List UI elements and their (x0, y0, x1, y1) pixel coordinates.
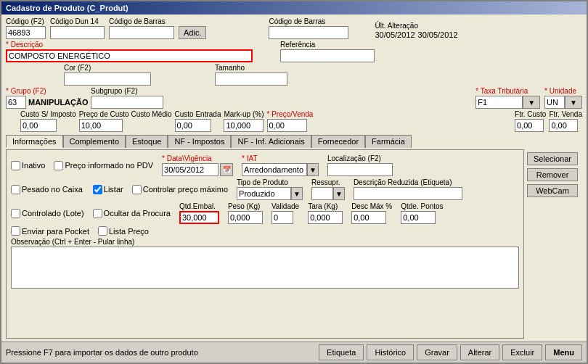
dun14-input[interactable] (50, 26, 105, 39)
historico-button[interactable]: Histórico (367, 344, 414, 360)
inativo-checkbox-label[interactable]: Inativo (11, 161, 45, 170)
tab-fornecedor[interactable]: Fornecedor (311, 135, 365, 148)
desc-reduzida-input[interactable] (354, 187, 462, 200)
bottom-bar: Pressione F7 para importar os dados de o… (1, 342, 587, 363)
desc-max-label: Desc Máx % (351, 202, 392, 210)
sem-imposto-input[interactable] (20, 119, 57, 132)
ftr-venda-input[interactable] (549, 119, 578, 132)
localizacao-input[interactable] (327, 163, 393, 176)
data-vigencia-input[interactable] (162, 163, 219, 176)
tab-nf-impostos[interactable]: NF - Impostos (168, 135, 231, 148)
descricao-input[interactable] (6, 49, 253, 62)
tipo-produto-group: Tipo de Produto ▼ (237, 178, 303, 200)
controlado-checkbox[interactable] (11, 209, 20, 218)
preco-venda-label: * Preço/Venda (267, 110, 314, 118)
desc-max-input[interactable] (351, 211, 386, 224)
grupo-label: * Grupo (F2) (6, 87, 86, 95)
referencia-label: Referência (280, 41, 375, 49)
validade-input[interactable] (271, 211, 293, 224)
enviar-pocket-checkbox[interactable] (11, 226, 20, 236)
observacao-group: Observação (Ctrl + Enter - Pular linha) (11, 238, 519, 289)
peso-input[interactable] (228, 211, 263, 224)
barras-top-input[interactable] (269, 26, 348, 39)
dun14-group: Código Dun 14 (50, 17, 105, 39)
controlado-label: Controlado (Lote) (22, 209, 84, 218)
codigo-input[interactable] (6, 26, 46, 39)
unidade-group: * Unidade ▼ (544, 87, 582, 109)
ocultar-checkbox[interactable] (93, 209, 102, 218)
barras-input[interactable] (109, 26, 174, 39)
cor-input[interactable] (64, 73, 151, 86)
qtde-pontos-input[interactable] (401, 211, 436, 224)
grupo-code-input[interactable] (6, 96, 26, 109)
enviar-pocket-label: Enviar para Pocket (22, 227, 89, 236)
preco-venda-input[interactable] (267, 119, 307, 132)
tab-farmacia[interactable]: Farmácia (365, 135, 412, 148)
pesado-caixa-checkbox-label[interactable]: Pesado no Caixa (11, 185, 83, 194)
ocultar-checkbox-label[interactable]: Ocultar da Procura (93, 209, 171, 218)
controlar-preco-label: Controlar preço máximo (143, 185, 228, 194)
enviar-pocket-checkbox-label[interactable]: Enviar para Pocket (11, 226, 89, 236)
inativo-checkbox[interactable] (11, 161, 20, 170)
ressup-dropdown-btn[interactable]: ▼ (333, 187, 345, 200)
ressup-input[interactable] (311, 187, 333, 200)
tara-group: Tara (Kg) (308, 202, 343, 224)
peso-group: Peso (Kg) (228, 202, 263, 224)
ult-alteracao-value2: 30/05/2012 (418, 30, 458, 39)
qtd-embal-input[interactable] (179, 211, 219, 224)
listar-checkbox-label[interactable]: Listar (93, 185, 123, 194)
tipo-produto-input[interactable] (237, 187, 291, 200)
taxa-input[interactable] (475, 96, 523, 109)
unidade-label: * Unidade (544, 87, 582, 95)
subgrupo-input[interactable] (91, 96, 163, 109)
tab-informacoes[interactable]: Informações (6, 135, 63, 148)
lista-preco-checkbox[interactable] (98, 226, 107, 236)
adicionais-button[interactable]: Adic. (179, 26, 206, 39)
referencia-group: Referência (280, 41, 375, 62)
unidade-dropdown-btn[interactable]: ▼ (565, 96, 582, 109)
title-bar: Cadastro de Produto (C_Produt) (1, 1, 587, 15)
tara-input[interactable] (308, 211, 343, 224)
remover-button[interactable]: Remover (527, 168, 578, 181)
unidade-input[interactable] (544, 96, 565, 109)
window-title: Cadastro de Produto (C_Produt) (6, 4, 128, 12)
menu-button[interactable]: Menu (545, 344, 582, 360)
alterar-button[interactable]: Alterar (460, 344, 499, 360)
ult-alteracao-group: Últ. Alteração 30/05/2012 30/05/2012 (375, 22, 457, 39)
lista-preco-checkbox-label[interactable]: Lista Preço (98, 226, 149, 236)
custo-medio-label: Preço de Custo Custo Médio (79, 110, 172, 118)
webcam-button[interactable]: WebCam (527, 184, 578, 197)
controlar-preco-checkbox[interactable] (132, 185, 142, 194)
controlado-checkbox-label[interactable]: Controlado (Lote) (11, 209, 84, 218)
etiqueta-button[interactable]: Etiqueta (319, 344, 364, 360)
custo-entrada-label: Custo Entrada (175, 110, 221, 118)
taxa-dropdown-btn[interactable]: ▼ (523, 96, 540, 109)
tab-nf-inf-adicionais[interactable]: NF - Inf. Adicionais (231, 135, 311, 148)
tamanho-input[interactable] (215, 73, 287, 86)
data-vigencia-calendar-btn[interactable]: 📅 (220, 163, 233, 176)
qtde-pontos-label: Qtde. Pontos (401, 202, 443, 210)
custo-medio-input[interactable] (79, 119, 123, 132)
listar-checkbox[interactable] (93, 185, 102, 194)
ftr-venda-group: Ftr. Venda (549, 110, 582, 132)
controlar-preco-checkbox-label[interactable]: Controlar preço máximo (132, 185, 228, 194)
descricao-group: * Descrição (6, 41, 253, 62)
custo-medio-group: Preço de Custo Custo Médio (79, 110, 172, 132)
tab-complemento[interactable]: Complemento (63, 135, 126, 148)
tipo-produto-dropdown-btn[interactable]: ▼ (291, 187, 303, 200)
gravar-button[interactable]: Gravar (417, 344, 457, 360)
desc-max-group: Desc Máx % (351, 202, 392, 224)
ftr-custo-input[interactable] (515, 119, 544, 132)
selecionar-button[interactable]: Selecionar (527, 152, 578, 165)
iat-input[interactable] (242, 163, 307, 176)
iat-dropdown-btn[interactable]: ▼ (307, 163, 319, 176)
observacao-textarea[interactable] (11, 247, 519, 289)
preco-pdv-checkbox-label[interactable]: Preço informado no PDV (54, 161, 153, 170)
preco-pdv-checkbox[interactable] (54, 161, 63, 170)
excluir-button[interactable]: Excluir (502, 344, 542, 360)
markup-input[interactable] (224, 119, 264, 132)
pesado-caixa-checkbox[interactable] (11, 185, 20, 194)
referencia-input[interactable] (280, 49, 375, 62)
custo-entrada-input[interactable] (175, 119, 211, 132)
tab-estoque[interactable]: Estoque (126, 135, 168, 148)
